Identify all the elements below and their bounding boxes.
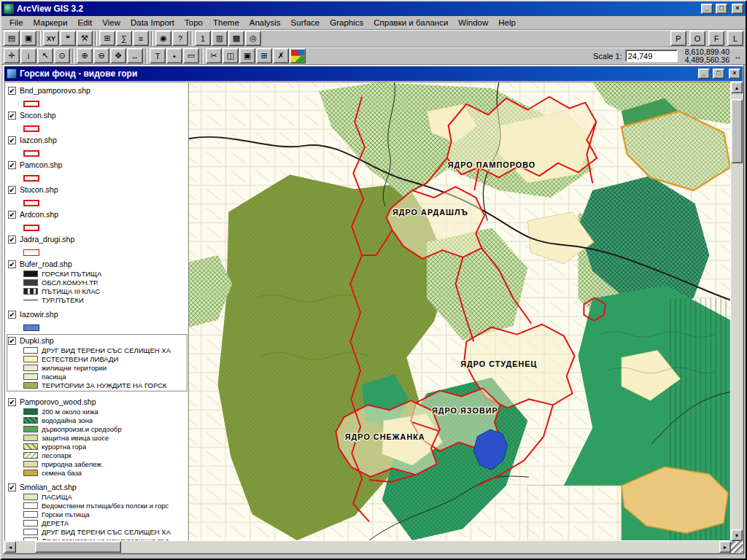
horizontal-scroll-thumb[interactable] [35, 541, 121, 553]
menu-help[interactable]: Help [493, 17, 521, 28]
menu-spravki-balansi[interactable]: Справки и баланси [368, 17, 453, 28]
view-minimize-button[interactable]: _ [698, 69, 710, 79]
layer-name[interactable]: Sncon.shp [20, 111, 56, 120]
menu-topo[interactable]: Topo [179, 17, 208, 28]
vertical-scrollbar[interactable]: ▲ ▼ [731, 82, 743, 541]
zoom-in-icon[interactable]: ⊕ [77, 48, 93, 63]
palette-icon[interactable] [290, 48, 306, 63]
layer-checkbox[interactable]: ✔ [8, 112, 16, 120]
layout-icon[interactable]: ▩ [228, 31, 244, 46]
label-tool-icon[interactable]: ❝ [60, 31, 76, 46]
pointer-icon[interactable]: ↖ [37, 48, 53, 63]
layer-swatch [23, 125, 39, 132]
statistics-icon[interactable]: ∑ [116, 31, 132, 46]
legend-item-swatch [23, 356, 38, 362]
view-window: Горски фонд - видове гори _ □ × ✔ Bnd_pa… [3, 65, 744, 554]
layer-name[interactable]: Ardcon.shp [20, 210, 58, 219]
pan-icon[interactable]: ✥ [110, 48, 126, 63]
layer-checkbox[interactable]: ✔ [8, 186, 16, 194]
layer-checkbox[interactable]: ✔ [8, 87, 16, 95]
layer-name[interactable]: Pamporovo_wood.shp [20, 397, 96, 406]
minimize-button[interactable]: _ [701, 4, 713, 14]
map-canvas[interactable]: ЯДРО ПАМПОРОВО ЯДРО АРДАШЛЪ ЯДРО СТУДЕНЕ… [189, 82, 730, 540]
horizontal-scroll-track[interactable] [16, 541, 719, 553]
script-f-button[interactable]: F [708, 31, 724, 46]
app-window: ArcView GIS 3.2 _ □ × File Маркери Edit … [0, 0, 747, 560]
layer-name[interactable]: Jadra_drugi.shp [20, 235, 74, 244]
scroll-up-button[interactable]: ▲ [731, 82, 743, 93]
layer-checkbox[interactable]: ✔ [8, 337, 16, 345]
copy-icon[interactable]: ◫ [222, 48, 239, 63]
layer-name[interactable]: Dupki.shp [20, 336, 54, 345]
chart-icon[interactable]: ▥ [212, 31, 228, 46]
layer-name[interactable]: Bnd_pamporovo.shp [20, 86, 90, 95]
vertical-scroll-thumb[interactable] [731, 99, 743, 163]
save-icon[interactable]: ▤ [4, 31, 20, 46]
script-p-button[interactable]: P [670, 31, 686, 46]
toolbar-separator [72, 49, 74, 63]
layer-name[interactable]: Bufer_road.shp [20, 260, 72, 268]
projection-icon[interactable]: ◎ [245, 31, 261, 46]
scroll-down-button[interactable]: ▼ [731, 529, 743, 541]
scale-input[interactable] [625, 50, 678, 62]
menu-analysis[interactable]: Analysis [244, 17, 286, 28]
cut-icon[interactable]: ✂ [206, 48, 222, 63]
view-close-button[interactable]: × [729, 69, 740, 79]
legend-item-swatch [23, 373, 38, 380]
script-o-button[interactable]: O [689, 31, 705, 46]
layer-checkbox[interactable]: ✔ [8, 311, 16, 319]
layer-checkbox[interactable]: ✔ [8, 483, 16, 491]
layer-checkbox[interactable]: ✔ [8, 211, 16, 219]
scroll-right-button[interactable]: ► [719, 541, 731, 553]
layer-checkbox[interactable]: ✔ [8, 161, 16, 169]
help-icon[interactable]: ? [172, 31, 188, 46]
menu-file[interactable]: File [4, 17, 28, 28]
maximize-button[interactable]: □ [716, 4, 727, 14]
zoom-actual-button[interactable]: 1 [195, 31, 211, 46]
layer-name[interactable]: Iazcon.shp [20, 136, 57, 144]
script-l-button[interactable]: L [727, 31, 743, 46]
tools-icon[interactable]: ⚒ [77, 31, 93, 46]
table-icon[interactable]: ≡ [133, 31, 149, 46]
text-tool-icon[interactable]: T [150, 48, 166, 63]
paste-icon[interactable]: ▣ [239, 48, 255, 63]
menu-view[interactable]: View [97, 17, 125, 28]
view-maximize-button[interactable]: □ [713, 69, 724, 79]
layer-name[interactable]: Pamcon.shp [20, 160, 62, 169]
menu-theme[interactable]: Theme [208, 17, 244, 28]
xy-button[interactable]: XY [43, 31, 59, 46]
scroll-left-button[interactable]: ◄ [4, 541, 16, 553]
menu-edit[interactable]: Edit [72, 17, 97, 28]
print-icon[interactable]: ▣ [20, 31, 36, 46]
draw-rect-icon[interactable]: ▭ [183, 48, 199, 63]
zoom-out-icon[interactable]: ⊖ [93, 48, 109, 63]
find-icon[interactable]: ◉ [155, 31, 171, 46]
draw-point-icon[interactable]: • [166, 48, 182, 63]
layer-name[interactable]: Iazowir.shp [20, 310, 58, 319]
layer-checkbox[interactable]: ✔ [8, 398, 16, 406]
menu-surface[interactable]: Surface [286, 17, 325, 28]
layer-checkbox[interactable]: ✔ [8, 260, 16, 268]
vertical-scroll-track[interactable] [731, 93, 743, 529]
layer-name[interactable]: Stucon.shp [20, 185, 58, 194]
merge-icon[interactable]: ⊞ [256, 48, 272, 63]
measure-icon[interactable]: ↔ [127, 48, 143, 63]
layer-checkbox[interactable]: ✔ [8, 236, 16, 244]
menu-window[interactable]: Window [453, 17, 493, 28]
add-theme-icon[interactable]: ⊞ [99, 31, 115, 46]
snap-icon[interactable]: ✛ [4, 48, 20, 63]
menu-markeri[interactable]: Маркери [28, 17, 73, 28]
layer-checkbox[interactable]: ✔ [8, 136, 16, 144]
menu-data-import[interactable]: Data Import [125, 17, 179, 28]
legend-item-label: ОБСЛ.КОМУН.ТР. [42, 279, 98, 287]
resize-grip[interactable] [731, 541, 743, 553]
horizontal-scrollbar[interactable]: ◄ ► [4, 541, 743, 553]
vertex-edit-icon[interactable]: ⊙ [54, 48, 70, 63]
view-titlebar[interactable]: Горски фонд - видове гори _ □ × [4, 66, 743, 81]
menu-graphics[interactable]: Graphics [325, 17, 368, 28]
layer-name[interactable]: Smolian_act.shp [20, 483, 77, 491]
map-viewport[interactable]: ЯДРО ПАМПОРОВО ЯДРО АРДАШЛЪ ЯДРО СТУДЕНЕ… [188, 82, 731, 541]
delete-icon[interactable]: ✗ [273, 48, 289, 63]
identify-icon[interactable]: i [20, 48, 36, 63]
close-button[interactable]: × [732, 4, 743, 14]
